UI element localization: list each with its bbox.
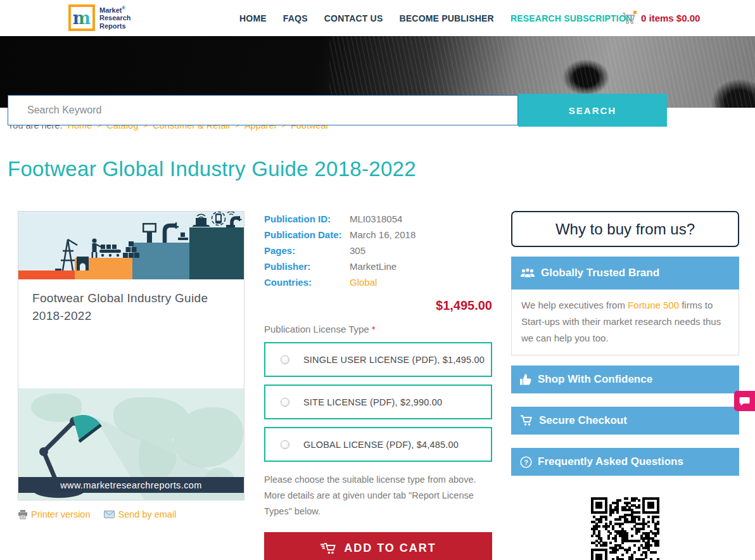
- globally-trusted-brand-label: Globally Trusted Brand: [541, 267, 659, 279]
- add-to-cart-button[interactable]: ADD TO CART: [264, 532, 492, 560]
- cart-count-text: 0 items $0.00: [641, 13, 700, 23]
- nav-home[interactable]: HOME: [239, 13, 267, 23]
- nav-become-publisher[interactable]: BECOME PUBLISHER: [399, 13, 493, 23]
- search-banner: SEARCH: [0, 36, 755, 108]
- thumbs-up-icon: [520, 374, 532, 385]
- page: m Market® Research Reports HOME FAQS CON…: [0, 0, 755, 560]
- logo-box: m: [68, 4, 95, 31]
- question-circle-icon: ?: [520, 456, 532, 468]
- main-nav: HOME FAQS CONTACT US BECOME PUBLISHER RE…: [239, 0, 632, 36]
- nav-faqs[interactable]: FAQS: [283, 13, 308, 23]
- publication-date-value: March 16, 2018: [350, 229, 416, 240]
- website-url-bar: www.marketresearchreports.com: [18, 477, 244, 493]
- detail-row-countries: Countries: Global: [264, 274, 492, 290]
- product-image-column: Footwear Global Industry Guide 2018-2022: [18, 211, 244, 519]
- chat-bubble-icon: [739, 397, 750, 406]
- detail-row-publisher: Publisher: MarketLine: [264, 258, 492, 274]
- license-global-label: GLOBAL LICENSE (PDF), $4,485.00: [303, 440, 459, 450]
- radio-global[interactable]: [281, 440, 289, 449]
- license-option-single-user[interactable]: SINGLE USER LICENSE (PDF), $1,495.00: [264, 342, 492, 377]
- logo-text: Market® Research Reports: [99, 6, 131, 30]
- globally-trusted-brand-bar[interactable]: Globally Trusted Brand: [511, 257, 739, 290]
- logo-line2: Research: [99, 14, 131, 22]
- cart-badge-dot: [633, 11, 637, 14]
- svg-text:?: ?: [524, 458, 528, 466]
- cart-icon: [622, 12, 637, 25]
- publisher-label: Publisher:: [264, 261, 350, 272]
- logo-line3: Reports: [99, 22, 131, 30]
- cover-map-zone: www.marketresearchreports.com: [18, 388, 244, 500]
- required-asterisk: *: [372, 324, 376, 334]
- faq-label: Frequently Asked Questions: [538, 455, 683, 468]
- license-type-label: Publication License Type *: [264, 324, 492, 334]
- add-to-cart-cart-icon: [320, 542, 336, 556]
- detail-row-publication-date: Publication Date: March 16, 2018: [264, 227, 492, 243]
- qr-code-wrap: [511, 497, 739, 560]
- product-cover-image: Footwear Global Industry Guide 2018-2022: [18, 211, 244, 500]
- live-chat-tab[interactable]: [734, 391, 755, 411]
- cover-title-band: Footwear Global Industry Guide 2018-2022: [18, 279, 244, 388]
- fortune-500-link[interactable]: Fortune 500: [628, 300, 679, 310]
- detail-row-publication-id: Publication ID: MLI0318054: [264, 211, 492, 227]
- envelope-icon: [104, 511, 115, 518]
- globally-trusted-brand-text: We help executives from Fortune 500 firm…: [511, 290, 739, 355]
- send-by-email-link[interactable]: Send by email: [104, 509, 176, 519]
- license-note: Please choose the suitable license type …: [264, 472, 492, 519]
- license-single-user-label: SINGLE USER LICENSE (PDF), $1,495.00: [303, 355, 485, 365]
- search-button[interactable]: SEARCH: [518, 94, 667, 127]
- countries-value-link[interactable]: Global: [350, 277, 377, 288]
- industry-illustration: [18, 212, 244, 279]
- send-by-email-label: Send by email: [118, 509, 176, 519]
- header: m Market® Research Reports HOME FAQS CON…: [0, 0, 755, 36]
- qr-code: [591, 497, 659, 560]
- printer-icon: [18, 510, 28, 519]
- radio-site[interactable]: [281, 398, 289, 407]
- search-input[interactable]: [8, 95, 518, 125]
- countries-label: Countries:: [264, 277, 350, 288]
- publisher-value: MarketLine: [350, 261, 397, 272]
- nav-research-subscription[interactable]: RESEARCH SUBSCRIPTION: [511, 13, 632, 23]
- nav-contact-us[interactable]: CONTACT US: [324, 13, 383, 23]
- secure-checkout-bar[interactable]: Secure Checkout: [511, 407, 739, 435]
- trusted-text-before: We help executives from: [521, 300, 628, 310]
- printer-version-label: Printer version: [31, 509, 90, 519]
- cover-title: Footwear Global Industry Guide 2018-2022: [32, 290, 230, 324]
- secure-checkout-label: Secure Checkout: [539, 414, 627, 427]
- registered-mark: ®: [122, 6, 125, 10]
- radio-single-user[interactable]: [281, 355, 289, 364]
- printer-version-link[interactable]: Printer version: [18, 509, 90, 519]
- site-logo[interactable]: m Market® Research Reports: [68, 4, 131, 31]
- page-title: Footwear Global Industry Guide 2018-2022: [8, 157, 416, 181]
- pages-value: 305: [350, 245, 365, 256]
- header-cart[interactable]: 0 items $0.00: [622, 0, 700, 36]
- license-option-site[interactable]: SITE LICENSE (PDF), $2,990.00: [264, 385, 492, 419]
- logo-m-letter: m: [73, 10, 91, 27]
- license-type-label-text: Publication License Type: [264, 324, 372, 334]
- price: $1,495.00: [264, 298, 492, 313]
- why-buy-sidebar: Why to buy from us? Globally Trusted Bra…: [511, 211, 739, 560]
- people-group-icon: [520, 268, 535, 278]
- add-to-cart-label: ADD TO CART: [344, 542, 436, 555]
- shop-with-confidence-bar[interactable]: Shop With Confidence: [511, 366, 739, 393]
- detail-row-pages: Pages: 305: [264, 243, 492, 258]
- secure-checkout-cart-icon: [520, 415, 533, 426]
- publication-date-label: Publication Date:: [264, 229, 350, 240]
- publication-id-label: Publication ID:: [264, 213, 350, 224]
- license-option-global[interactable]: GLOBAL LICENSE (PDF), $4,485.00: [264, 427, 492, 462]
- industry-steps-graphic: [18, 212, 244, 279]
- license-site-label: SITE LICENSE (PDF), $2,990.00: [303, 397, 442, 407]
- faq-bar[interactable]: ? Frequently Asked Questions: [511, 448, 739, 476]
- pages-label: Pages:: [264, 245, 350, 256]
- shop-with-confidence-label: Shop With Confidence: [538, 373, 652, 386]
- product-actions: Printer version Send by email: [18, 509, 244, 519]
- why-to-buy-heading: Why to buy from us?: [511, 211, 739, 247]
- logo-line1: Market: [99, 6, 122, 13]
- publication-details-column: Publication ID: MLI0318054 Publication D…: [264, 211, 492, 560]
- publication-id-value: MLI0318054: [350, 213, 402, 224]
